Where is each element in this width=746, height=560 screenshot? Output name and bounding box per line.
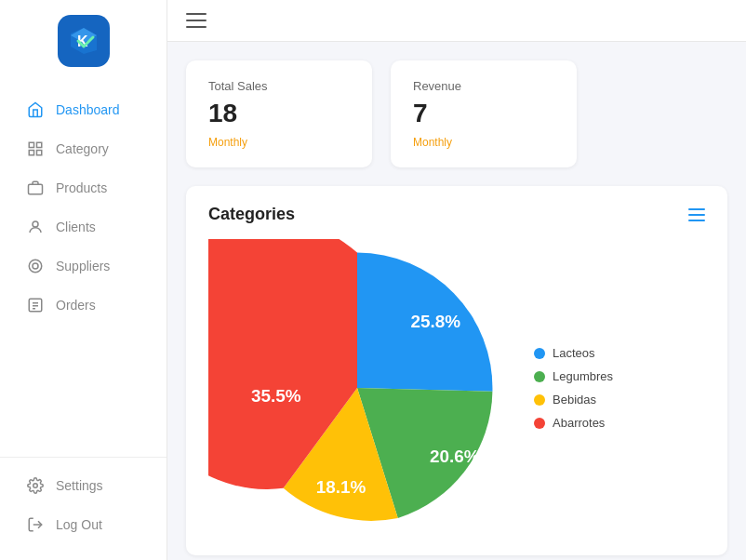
svg-rect-7 [29, 184, 43, 194]
svg-text:25.8%: 25.8% [411, 312, 461, 331]
svg-point-8 [33, 221, 38, 227]
categories-card: Categories [186, 186, 727, 555]
sidebar-item-category[interactable]: Category [7, 130, 159, 167]
sidebar-item-products[interactable]: Products [7, 169, 159, 207]
home-icon [26, 100, 45, 119]
legend-dot-abarrotes [534, 418, 545, 429]
stat-sub-revenue: Monthly [413, 136, 554, 149]
categories-title: Categories [208, 205, 295, 224]
sidebar-item-suppliers[interactable]: Suppliers [7, 247, 159, 285]
nav-bottom: Settings Log Out [0, 457, 167, 545]
sidebar-item-label-settings: Settings [56, 478, 103, 493]
sidebar-item-clients[interactable]: Clients [7, 208, 159, 246]
sidebar-item-label-orders: Orders [56, 298, 96, 313]
hamburger-line2 [186, 20, 206, 21]
svg-text:18.1%: 18.1% [316, 477, 366, 497]
logo-icon: K [69, 26, 99, 56]
legend-dot-bebidas [534, 394, 545, 406]
menu-line2 [688, 214, 705, 216]
sidebar-item-label-products: Products [56, 180, 107, 195]
categories-menu-button[interactable] [688, 208, 705, 221]
stat-value-revenue: 7 [413, 99, 554, 128]
svg-point-15 [33, 484, 38, 488]
legend-dot-lacteos [534, 348, 545, 359]
nav-items: Dashboard Category Products Clients [0, 89, 167, 457]
svg-rect-4 [37, 142, 42, 147]
menu-button[interactable] [186, 13, 206, 28]
stat-value-total-sales: 18 [208, 99, 350, 128]
hamburger-line3 [186, 26, 206, 28]
legend-item-lacteos: Lacteos [534, 346, 613, 360]
legend-label-lacteos: Lacteos [553, 346, 595, 360]
legend-item-abarrotes: Abarrotes [534, 416, 613, 430]
hamburger-line1 [186, 13, 206, 15]
legend-item-legumbres: Legumbres [534, 369, 613, 383]
legend-label-bebidas: Bebidas [553, 393, 596, 407]
svg-rect-5 [37, 151, 42, 155]
sidebar-item-label-logout: Log Out [56, 517, 102, 532]
legend-label-legumbres: Legumbres [553, 369, 613, 383]
main-content: Total Sales 18 Monthly Revenue 7 Monthly… [167, 0, 746, 560]
svg-text:35.5%: 35.5% [251, 386, 301, 406]
chart-area: 25.8% 20.6% 18.1% 35.5% Lacteos Legumbre… [208, 239, 705, 537]
menu-line3 [688, 220, 705, 221]
chart-legend: Lacteos Legumbres Bebidas Abarrotes [534, 346, 613, 430]
products-icon [26, 179, 45, 197]
sidebar-item-logout[interactable]: Log Out [7, 506, 159, 543]
content-area: Total Sales 18 Monthly Revenue 7 Monthly… [167, 42, 746, 560]
svg-point-9 [33, 263, 38, 269]
svg-point-10 [29, 260, 42, 273]
sidebar-item-label-category: Category [56, 141, 109, 156]
svg-rect-3 [29, 142, 33, 147]
sidebar-item-label-dashboard: Dashboard [56, 102, 120, 117]
sidebar-item-label-suppliers: Suppliers [56, 259, 110, 273]
sidebar-item-orders[interactable]: Orders [7, 287, 159, 324]
legend-item-bebidas: Bebidas [534, 393, 613, 407]
menu-line1 [688, 208, 705, 210]
legend-label-abarrotes: Abarrotes [553, 416, 605, 430]
suppliers-icon [26, 257, 45, 275]
pie-chart: 25.8% 20.6% 18.1% 35.5% [208, 239, 506, 537]
stats-row: Total Sales 18 Monthly Revenue 7 Monthly [186, 60, 727, 167]
sidebar-item-settings[interactable]: Settings [7, 467, 159, 504]
settings-icon [26, 476, 45, 495]
category-icon [26, 140, 45, 158]
logo: K [58, 15, 110, 67]
header [167, 0, 746, 42]
svg-text:20.6%: 20.6% [430, 447, 480, 466]
logout-icon [26, 515, 45, 534]
svg-rect-6 [29, 151, 33, 155]
clients-icon [26, 218, 45, 236]
stat-label-revenue: Revenue [413, 79, 554, 93]
sidebar-item-dashboard[interactable]: Dashboard [7, 91, 159, 128]
stat-card-revenue: Revenue 7 Monthly [391, 60, 577, 167]
stat-card-total-sales: Total Sales 18 Monthly [186, 60, 372, 167]
categories-header: Categories [208, 205, 705, 224]
orders-icon [26, 296, 45, 314]
legend-dot-legumbres [534, 371, 545, 382]
sidebar-item-label-clients: Clients [56, 220, 96, 234]
stat-label-total-sales: Total Sales [208, 79, 350, 93]
stat-sub-total-sales: Monthly [208, 136, 350, 149]
sidebar: K Dashboard Category Products [0, 0, 167, 560]
